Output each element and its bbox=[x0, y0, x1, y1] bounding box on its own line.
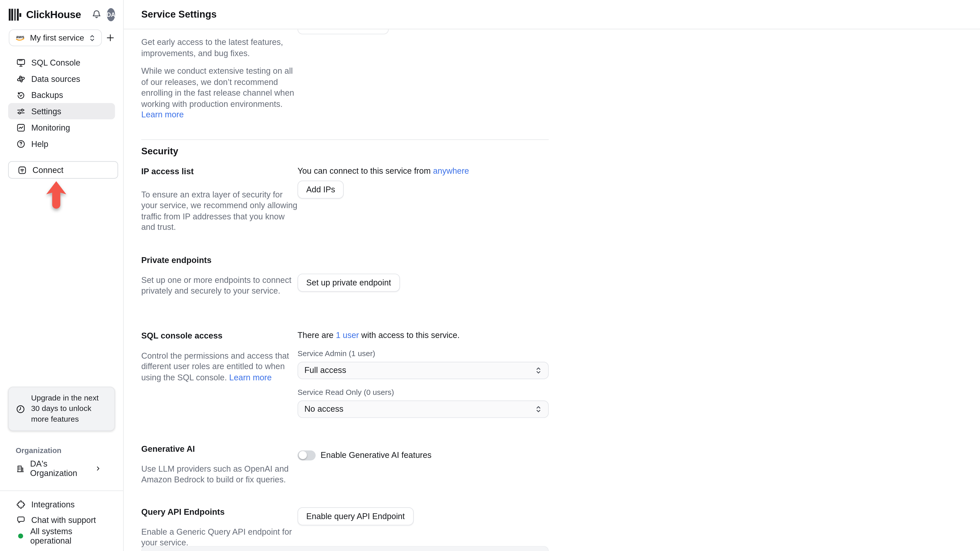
monitoring-icon bbox=[16, 123, 26, 132]
ip-access-status: You can connect to this service from any… bbox=[298, 167, 549, 175]
connect-button[interactable]: Connect bbox=[8, 161, 118, 179]
ip-access-status-text: You can connect to this service from bbox=[298, 166, 433, 175]
nav-label: Backups bbox=[31, 90, 63, 100]
organization-name: DA's Organization bbox=[30, 459, 89, 478]
connect-icon bbox=[18, 165, 27, 175]
sidebar-item-backups[interactable]: Backups bbox=[8, 87, 115, 103]
chevron-updown-icon bbox=[535, 405, 542, 413]
sidebar-item-settings[interactable]: Settings bbox=[8, 103, 115, 119]
one-user-link[interactable]: 1 user bbox=[336, 330, 359, 340]
data-sources-icon bbox=[16, 74, 26, 83]
service-readonly-value: No access bbox=[304, 404, 535, 413]
sidebar-item-help[interactable]: Help bbox=[8, 135, 115, 152]
sidebar-item-monitoring[interactable]: Monitoring bbox=[8, 119, 115, 136]
release-paragraph-2: While we conduct extensive testing on al… bbox=[141, 65, 298, 120]
service-selector-row: aws My first service bbox=[9, 29, 115, 46]
aws-logo-icon: aws bbox=[15, 34, 26, 42]
svg-text:aws: aws bbox=[16, 35, 24, 39]
service-selector[interactable]: aws My first service bbox=[9, 29, 102, 46]
section-divider bbox=[141, 139, 549, 140]
chevron-updown-icon bbox=[89, 34, 95, 41]
summary-suffix: with access to this service. bbox=[359, 330, 460, 340]
chevron-right-icon bbox=[94, 465, 102, 472]
connect-label: Connect bbox=[32, 165, 63, 175]
footer-label: Chat with support bbox=[31, 515, 96, 525]
query-api-title: Query API Endpoints bbox=[141, 507, 298, 516]
page-header: Service Settings bbox=[124, 0, 980, 29]
nav-label: Data sources bbox=[31, 74, 80, 83]
nav-label: Settings bbox=[31, 106, 61, 116]
page-title: Service Settings bbox=[141, 9, 216, 20]
footer-label: All systems operational bbox=[30, 526, 107, 545]
add-service-button[interactable] bbox=[105, 32, 115, 44]
notifications-bell-icon[interactable] bbox=[91, 10, 102, 20]
help-icon bbox=[16, 139, 26, 148]
upgrade-notice[interactable]: Upgrade in the next 30 days to unlock mo… bbox=[8, 387, 115, 431]
footer-label: Integrations bbox=[31, 500, 75, 509]
generative-ai-section: Generative AI Use LLM providers such as … bbox=[141, 444, 566, 496]
sidebar-footer: Integrations Chat with support All syste… bbox=[0, 491, 123, 551]
private-endpoints-description: Set up one or more endpoints to connect … bbox=[141, 275, 298, 297]
main-content: Service Settings Get early access to the… bbox=[124, 0, 980, 551]
service-selector-label: My first service bbox=[30, 33, 84, 43]
clock-icon bbox=[16, 404, 25, 414]
next-section-peek bbox=[141, 546, 549, 551]
sql-console-icon bbox=[16, 58, 26, 67]
app: ClickHouse DA aws My first service bbox=[0, 0, 980, 551]
private-endpoints-section: Private endpoints Set up one or more end… bbox=[141, 255, 566, 320]
add-ips-button[interactable]: Add IPs bbox=[298, 180, 344, 198]
generative-ai-title: Generative AI bbox=[141, 444, 298, 453]
service-readonly-select[interactable]: No access bbox=[298, 400, 549, 418]
nav-label: Monitoring bbox=[31, 123, 70, 132]
release-paragraph-1: Get early access to the latest features,… bbox=[141, 37, 298, 59]
query-api-section: Query API Endpoints Enable a Generic Que… bbox=[141, 507, 566, 548]
sidebar-item-sql-console[interactable]: SQL Console bbox=[8, 54, 115, 71]
release-learn-more-link[interactable]: Learn more bbox=[141, 110, 184, 119]
setup-private-endpoint-button[interactable]: Set up private endpoint bbox=[298, 273, 400, 291]
clickhouse-logo-icon bbox=[9, 9, 21, 21]
organization-building-icon bbox=[16, 464, 24, 473]
brand-title: ClickHouse bbox=[26, 9, 81, 21]
chevron-updown-icon bbox=[535, 366, 542, 374]
integrations-puzzle-icon bbox=[16, 500, 26, 509]
sidebar-nav: SQL Console Data sources Backups bbox=[0, 54, 123, 152]
sidebar-item-data-sources[interactable]: Data sources bbox=[8, 71, 115, 87]
service-admin-label: Service Admin (1 user) bbox=[298, 349, 549, 358]
enable-query-api-button[interactable]: Enable query API Endpoint bbox=[298, 507, 414, 525]
ip-access-section: IP access list To ensure an extra layer … bbox=[141, 167, 566, 245]
sql-access-summary: There are 1 user with access to this ser… bbox=[298, 331, 549, 340]
sql-console-access-section: SQL console access Control the permissio… bbox=[141, 331, 566, 433]
nav-label: SQL Console bbox=[31, 58, 80, 67]
generative-ai-toggle-label: Enable Generative AI features bbox=[321, 451, 431, 460]
sidebar-item-integrations[interactable]: Integrations bbox=[8, 497, 115, 512]
release-paragraph-2-text: While we conduct extensive testing on al… bbox=[141, 66, 294, 108]
sidebar-item-chat-support[interactable]: Chat with support bbox=[8, 512, 115, 528]
summary-prefix: There are bbox=[298, 330, 336, 340]
backups-icon bbox=[16, 90, 26, 100]
system-status-row[interactable]: All systems operational bbox=[8, 528, 115, 543]
sql-learn-more-link[interactable]: Learn more bbox=[229, 373, 272, 382]
generative-ai-toggle[interactable] bbox=[298, 450, 316, 460]
sidebar: ClickHouse DA aws My first service bbox=[0, 0, 124, 551]
scrolled-select-remnant bbox=[298, 29, 389, 35]
ip-access-description: To ensure an extra layer of security for… bbox=[141, 189, 298, 233]
security-heading: Security bbox=[141, 145, 566, 156]
private-endpoints-title: Private endpoints bbox=[141, 255, 298, 265]
service-admin-select[interactable]: Full access bbox=[298, 362, 549, 379]
red-pointer-arrow bbox=[45, 181, 67, 210]
service-readonly-label: Service Read Only (0 users) bbox=[298, 388, 549, 396]
organization-row[interactable]: DA's Organization bbox=[8, 460, 115, 477]
anywhere-link[interactable]: anywhere bbox=[433, 166, 469, 175]
upgrade-notice-text: Upgrade in the next 30 days to unlock mo… bbox=[31, 393, 110, 425]
generative-ai-description: Use LLM providers such as OpenAI and Ama… bbox=[141, 463, 298, 485]
service-admin-value: Full access bbox=[304, 365, 535, 375]
query-api-description: Enable a Generic Query API endpoint for … bbox=[141, 526, 298, 548]
settings-content: Get early access to the latest features,… bbox=[124, 29, 566, 548]
settings-icon bbox=[16, 106, 26, 116]
avatar[interactable]: DA bbox=[107, 8, 115, 21]
chat-bubble-icon bbox=[16, 515, 26, 525]
sql-console-access-title: SQL console access bbox=[141, 331, 298, 340]
nav-label: Help bbox=[31, 139, 48, 148]
organization-section-label: Organization bbox=[16, 446, 123, 455]
status-ok-dot-icon bbox=[18, 533, 23, 538]
